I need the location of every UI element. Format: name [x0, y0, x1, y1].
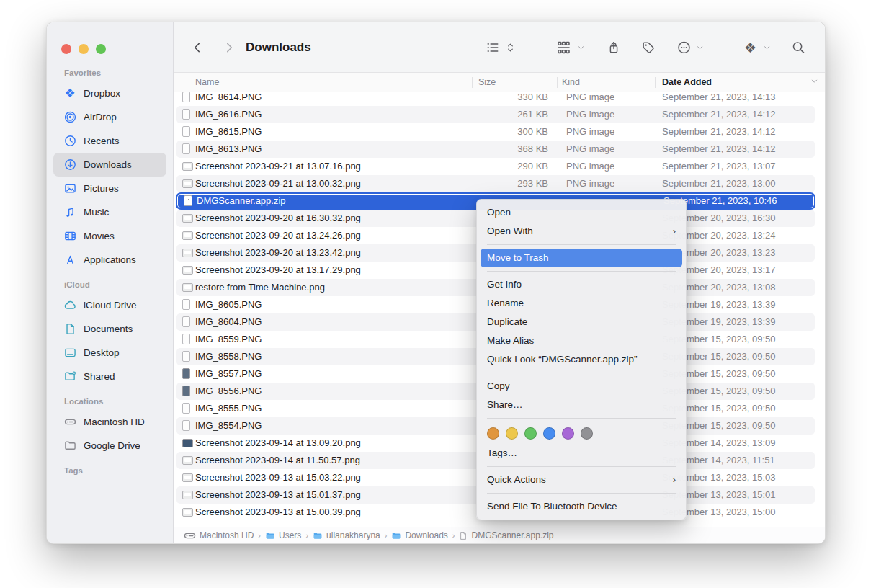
column-header-kind[interactable]: Kind [562, 77, 580, 87]
path-separator: › [305, 531, 308, 540]
file-size: 300 KB [447, 123, 548, 141]
file-row[interactable]: IMG_8615.PNG300 KBPNG imageSeptember 21,… [174, 123, 825, 141]
path-item-ulianakharyna[interactable]: ulianakharyna [313, 530, 380, 540]
file-date-added: September 21, 2023, 14:12 [662, 141, 776, 158]
menu-item-duplicate[interactable]: Duplicate [481, 313, 682, 331]
back-button[interactable] [191, 41, 204, 54]
file-date-added: September 21, 2023, 14:12 [662, 106, 776, 123]
path-item-label: Downloads [405, 530, 447, 540]
sidebar-item-desktop[interactable]: Desktop [53, 341, 166, 365]
menu-item-send-file-to-bluetooth-device[interactable]: Send File To Bluetooth Device [481, 497, 682, 516]
menu-item-copy[interactable]: Copy [481, 377, 682, 396]
sidebar-item-google-drive[interactable]: Google Drive [53, 434, 166, 458]
menu-item-get-info[interactable]: Get Info [481, 275, 682, 294]
sidebar-item-documents[interactable]: Documents [53, 317, 166, 341]
photo-portrait-icon [182, 316, 190, 327]
photo-portrait-icon [182, 334, 190, 344]
path-separator: › [385, 531, 388, 540]
more-actions-button[interactable] [677, 40, 691, 54]
group-chevron-icon [577, 43, 585, 51]
file-name: IMG_8613.PNG [195, 141, 262, 158]
menu-item-tags[interactable]: Tags… [481, 444, 682, 463]
path-item-users[interactable]: Users [265, 530, 301, 540]
tag-color-dot[interactable] [506, 427, 518, 440]
screenshot-icon [182, 162, 193, 171]
sidebar-section: Tags [47, 466, 173, 479]
sidebar-item-label: Music [84, 207, 109, 218]
file-size: 261 KB [447, 106, 548, 123]
menu-item-quick-actions[interactable]: Quick Actions› [481, 471, 682, 489]
sidebar-item-macintosh-hd[interactable]: Macintosh HD [53, 410, 166, 434]
screenshot-icon [182, 456, 193, 465]
path-item-label: Users [279, 530, 301, 540]
file-row[interactable]: Screenshot 2023-09-21 at 13.07.16.png290… [174, 158, 825, 175]
group-button[interactable] [557, 40, 571, 54]
view-list-button[interactable] [486, 41, 499, 54]
file-name: IMG_8557.PNG [195, 365, 262, 383]
file-row[interactable]: IMG_8614.PNG330 KBPNG imageSeptember 21,… [174, 92, 825, 106]
path-item-dmgscanner-app-zip[interactable]: DMGScanner.app.zip [459, 530, 553, 540]
sidebar-section-title: iCloud [47, 280, 173, 293]
dropbox-button[interactable]: ❖ [744, 40, 756, 54]
forward-button[interactable] [223, 41, 236, 54]
column-header-size[interactable]: Size [478, 77, 496, 87]
sidebar-item-music[interactable]: Music [53, 200, 166, 224]
view-sort-toggle[interactable] [506, 42, 515, 53]
sidebar-item-label: Recents [84, 135, 120, 146]
column-header-date-added[interactable]: Date Added [662, 77, 712, 87]
tags-button[interactable] [642, 41, 655, 54]
menu-item-make-alias[interactable]: Make Alias [481, 331, 682, 350]
file-name: IMG_8554.PNG [195, 417, 262, 435]
screenshot-icon [182, 214, 193, 223]
path-separator: › [258, 531, 261, 540]
sidebar-item-icloud-drive[interactable]: iCloud Drive [53, 293, 166, 317]
menu-item-move-to-trash[interactable]: Move to Trash [481, 249, 682, 267]
screenshot-icon [182, 266, 193, 275]
tag-color-dot[interactable] [543, 427, 555, 440]
close-button[interactable] [61, 44, 71, 54]
file-row[interactable]: IMG_8613.PNG368 KBPNG imageSeptember 21,… [176, 141, 815, 158]
window-title: Downloads [246, 40, 311, 55]
sidebar-item-airdrop[interactable]: AirDrop [53, 105, 166, 129]
path-bar: Macintosh HD›Users›ulianakharyna›Downloa… [174, 527, 825, 543]
sidebar-item-movies[interactable]: Movies [53, 224, 166, 248]
menu-separator [487, 271, 676, 272]
submenu-chevron-icon: › [673, 471, 676, 489]
sidebar-item-label: Movies [84, 231, 115, 241]
sidebar-item-applications[interactable]: Applications [53, 248, 166, 272]
zoom-button[interactable] [96, 44, 106, 54]
share-button[interactable] [607, 40, 620, 54]
photo-portrait-icon [182, 92, 190, 102]
menu-separator [487, 466, 676, 467]
sidebar-item-downloads[interactable]: Downloads [53, 153, 166, 177]
sidebar-item-dropbox[interactable]: ❖Dropbox [53, 81, 166, 105]
file-size: 293 KB [447, 175, 548, 192]
menu-item-open-with[interactable]: Open With› [481, 222, 682, 241]
path-item-downloads[interactable]: Downloads [391, 530, 447, 540]
tag-color-dot[interactable] [524, 427, 537, 440]
file-name: IMG_8614.PNG [195, 92, 262, 106]
file-kind: PNG image [566, 141, 614, 158]
file-row[interactable]: Screenshot 2023-09-21 at 13.00.32.png293… [176, 175, 815, 192]
tag-color-dot[interactable] [581, 427, 593, 440]
tag-color-dot[interactable] [562, 427, 574, 440]
file-row[interactable]: IMG_8616.PNG261 KBPNG imageSeptember 21,… [176, 106, 815, 123]
file-name: Screenshot 2023-09-13 at 15.00.39.png [195, 504, 361, 521]
menu-item-rename[interactable]: Rename [481, 294, 682, 313]
file-icon [459, 531, 468, 540]
menu-item-quick-look-dmgscanner-app-zip[interactable]: Quick Look “DMGScanner.app.zip” [481, 350, 682, 369]
path-item-macintosh-hd[interactable]: Macintosh HD [184, 530, 254, 542]
sidebar-item-shared[interactable]: Shared [53, 365, 166, 388]
desktop-icon [63, 347, 77, 360]
column-header-name[interactable]: Name [195, 77, 219, 87]
tag-color-dot[interactable] [487, 427, 499, 440]
search-button[interactable] [792, 40, 805, 54]
sidebar-item-label: Google Drive [84, 440, 140, 451]
menu-item-share[interactable]: Share… [481, 396, 682, 414]
minimize-button[interactable] [79, 44, 89, 54]
sidebar-item-recents[interactable]: Recents [53, 129, 166, 153]
menu-item-open[interactable]: Open [481, 203, 682, 222]
hard-drive-icon [63, 416, 77, 429]
download-circle-icon [63, 159, 77, 172]
sidebar-item-pictures[interactable]: Pictures [53, 177, 166, 200]
